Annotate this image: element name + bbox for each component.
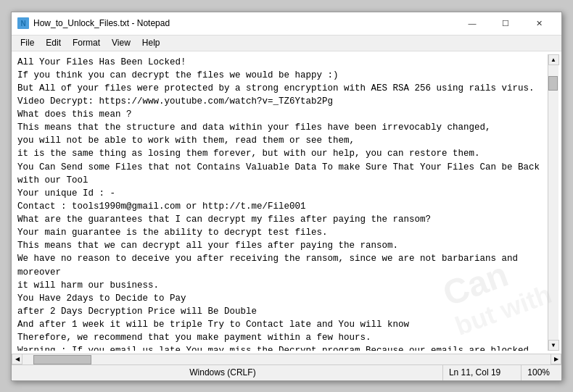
scroll-right-arrow[interactable]: ▶	[551, 354, 561, 364]
status-encoding: Windows (CRLF)	[17, 365, 428, 380]
close-button[interactable]: ✕	[522, 13, 556, 33]
window-controls: — ☐ ✕	[455, 13, 556, 33]
maximize-button[interactable]: ☐	[489, 13, 522, 33]
app-icon: N	[17, 17, 29, 29]
status-bar: Windows (CRLF) Ln 11, Col 19 100%	[12, 364, 561, 380]
scroll-thumb-v[interactable]	[548, 76, 558, 91]
menu-file[interactable]: File	[15, 36, 40, 49]
scroll-down-arrow[interactable]: ▼	[548, 340, 559, 351]
window-title: How_to_Unlock_Files.txt - Notepad	[33, 18, 455, 28]
title-bar: N How_to_Unlock_Files.txt - Notepad — ☐ …	[12, 12, 561, 36]
status-zoom: 100%	[521, 365, 556, 380]
notepad-window: N How_to_Unlock_Files.txt - Notepad — ☐ …	[11, 12, 562, 381]
menu-view[interactable]: View	[106, 36, 136, 49]
text-editor[interactable]: All Your Files Has Been Locked! If you t…	[15, 54, 548, 351]
status-position: Ln 11, Col 19	[442, 365, 506, 380]
menu-help[interactable]: Help	[136, 36, 166, 49]
menu-bar: File Edit Format View Help	[12, 36, 561, 51]
minimize-button[interactable]: —	[455, 13, 489, 33]
scroll-up-arrow[interactable]: ▲	[548, 54, 559, 65]
vertical-scrollbar[interactable]: ▲ ▼	[548, 54, 558, 351]
horizontal-scrollbar[interactable]: ◀ ▶	[12, 354, 561, 364]
scrollbar-track-h	[22, 354, 551, 364]
menu-edit[interactable]: Edit	[40, 36, 67, 49]
scroll-thumb-h[interactable]	[33, 355, 91, 364]
content-area: All Your Files Has Been Locked! If you t…	[12, 51, 561, 354]
menu-format[interactable]: Format	[67, 36, 106, 49]
scroll-left-arrow[interactable]: ◀	[12, 354, 22, 364]
